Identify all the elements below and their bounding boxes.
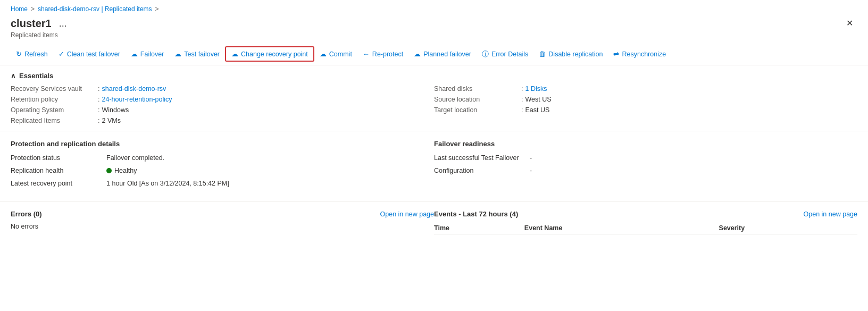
protection-status-label: Protection status	[11, 154, 106, 162]
details-section: Protection and replication details Prote…	[0, 131, 868, 201]
target-value: East US	[525, 106, 549, 114]
errors-open-link[interactable]: Open in new page	[380, 211, 434, 218]
disable-replication-button[interactable]: 🗑 Disable replication	[533, 47, 608, 61]
replication-health-value: Healthy	[106, 167, 137, 174]
essentials-row-target: Target location : East US	[434, 106, 857, 114]
check-icon: ✓	[59, 50, 64, 58]
col-time: Time	[434, 222, 524, 234]
bottom-section: Errors (0) Open in new page No errors Ev…	[0, 201, 868, 234]
change-recovery-point-label: Change recovery point	[241, 51, 308, 58]
protection-title: Protection and replication details	[11, 140, 434, 148]
replicated-label: Replicated Items	[11, 117, 96, 124]
retention-sep: :	[98, 96, 99, 103]
error-details-label: Error Details	[491, 51, 528, 58]
refresh-button[interactable]: ↻ Refresh	[11, 47, 53, 61]
breadcrumb-vault[interactable]: shared-disk-demo-rsv | Replicated items	[38, 5, 152, 13]
events-title-row: Events - Last 72 hours (4) Open in new p…	[434, 210, 857, 218]
last-test-row: Last successful Test Failover -	[434, 154, 857, 162]
refresh-icon: ↻	[16, 50, 22, 58]
events-table: Time Event Name Severity	[434, 222, 857, 234]
vault-sep: :	[98, 85, 99, 93]
vault-label: Recovery Services vault	[11, 85, 96, 93]
events-title: Events - Last 72 hours (4)	[434, 210, 518, 218]
cloud-planned-icon: ☁	[414, 50, 421, 58]
essentials-row-os: Operating System : Windows	[11, 106, 434, 114]
error-details-button[interactable]: ⓘ Error Details	[477, 47, 533, 62]
reprotect-label: Re-protect	[372, 51, 403, 58]
last-test-label: Last successful Test Failover	[434, 154, 530, 162]
planned-failover-button[interactable]: ☁ Planned failover	[408, 47, 477, 61]
page-header: cluster1 ... Replicated items ✕	[0, 15, 868, 43]
collapse-icon: ∧	[11, 72, 16, 80]
commit-icon: ☁	[320, 50, 327, 58]
shared-disks-value[interactable]: 1 Disks	[525, 85, 547, 93]
breadcrumb-sep1: >	[31, 5, 35, 13]
planned-failover-label: Planned failover	[423, 51, 471, 58]
info-icon: ⓘ	[482, 49, 489, 59]
test-failover-button[interactable]: ☁ Test failover	[169, 47, 225, 61]
essentials-title: Essentials	[19, 72, 53, 80]
errors-title-row: Errors (0) Open in new page	[11, 210, 434, 218]
source-value: West US	[525, 96, 551, 103]
protection-status-value: Failover completed.	[106, 154, 164, 162]
failover-col: Failover readiness Last successful Test …	[434, 140, 857, 192]
essentials-section: ∧ Essentials Recovery Services vault : s…	[0, 65, 868, 131]
configuration-label: Configuration	[434, 167, 530, 174]
configuration-value: -	[530, 167, 532, 174]
os-label: Operating System	[11, 106, 96, 114]
replication-health-label: Replication health	[11, 167, 106, 174]
reprotect-button[interactable]: ← Re-protect	[357, 47, 408, 61]
target-sep: :	[521, 106, 523, 114]
essentials-header[interactable]: ∧ Essentials	[11, 72, 857, 80]
replicated-value: 2 VMs	[102, 117, 120, 124]
resynchronize-button[interactable]: ⇌ Resynchronize	[608, 47, 671, 61]
clean-test-failover-button[interactable]: ✓ Clean test failover	[53, 47, 126, 61]
arrow-left-icon: ←	[363, 50, 370, 58]
col-severity: Severity	[719, 222, 857, 234]
events-col: Events - Last 72 hours (4) Open in new p…	[434, 210, 857, 234]
essentials-row-vault: Recovery Services vault : shared-disk-de…	[11, 85, 434, 93]
col-event-name: Event Name	[524, 222, 719, 234]
cloud-icon: ☁	[131, 50, 138, 58]
commit-button[interactable]: ☁ Commit	[314, 47, 357, 61]
clean-test-failover-label: Clean test failover	[67, 51, 120, 58]
more-button[interactable]: ...	[56, 17, 70, 30]
page-header-left: cluster1 ... Replicated items	[11, 17, 70, 39]
essentials-grid: Recovery Services vault : shared-disk-de…	[11, 85, 857, 124]
errors-title: Errors (0)	[11, 210, 42, 218]
close-button[interactable]: ✕	[842, 17, 857, 30]
health-text: Healthy	[114, 167, 137, 174]
failover-label: Failover	[140, 51, 164, 58]
change-recovery-point-button[interactable]: ☁ Change recovery point	[225, 46, 314, 62]
disable-replication-label: Disable replication	[548, 51, 603, 58]
essentials-col-left: Recovery Services vault : shared-disk-de…	[11, 85, 434, 124]
target-label: Target location	[434, 106, 519, 114]
source-label: Source location	[434, 96, 519, 103]
essentials-row-shared-disks: Shared disks : 1 Disks	[434, 85, 857, 93]
trash-icon: 🗑	[539, 50, 546, 58]
commit-label: Commit	[329, 51, 352, 58]
failover-button[interactable]: ☁ Failover	[126, 47, 169, 61]
page-title-row: cluster1 ...	[11, 17, 70, 30]
configuration-row: Configuration -	[434, 167, 857, 174]
no-errors-text: No errors	[11, 223, 38, 230]
os-sep: :	[98, 106, 99, 114]
latest-recovery-row: Latest recovery point 1 hour Old [As on …	[11, 180, 434, 187]
last-test-value: -	[530, 154, 532, 162]
resynchronize-label: Resynchronize	[622, 51, 666, 58]
shared-disks-label: Shared disks	[434, 85, 519, 93]
cloud-test-icon: ☁	[174, 50, 181, 58]
replicated-sep: :	[98, 117, 99, 124]
vault-value[interactable]: shared-disk-demo-rsv	[102, 85, 166, 93]
page-subtitle: Replicated items	[11, 31, 70, 39]
errors-col: Errors (0) Open in new page No errors	[11, 210, 434, 234]
essentials-col-right: Shared disks : 1 Disks Source location :…	[434, 85, 857, 124]
refresh-label: Refresh	[24, 51, 48, 58]
source-sep: :	[521, 96, 523, 103]
breadcrumb-home[interactable]: Home	[11, 5, 28, 13]
replication-health-row: Replication health Healthy	[11, 167, 434, 174]
retention-value[interactable]: 24-hour-retention-policy	[102, 96, 172, 103]
page-title: cluster1	[11, 18, 52, 30]
protection-col: Protection and replication details Prote…	[11, 140, 434, 192]
events-open-link[interactable]: Open in new page	[804, 211, 857, 218]
